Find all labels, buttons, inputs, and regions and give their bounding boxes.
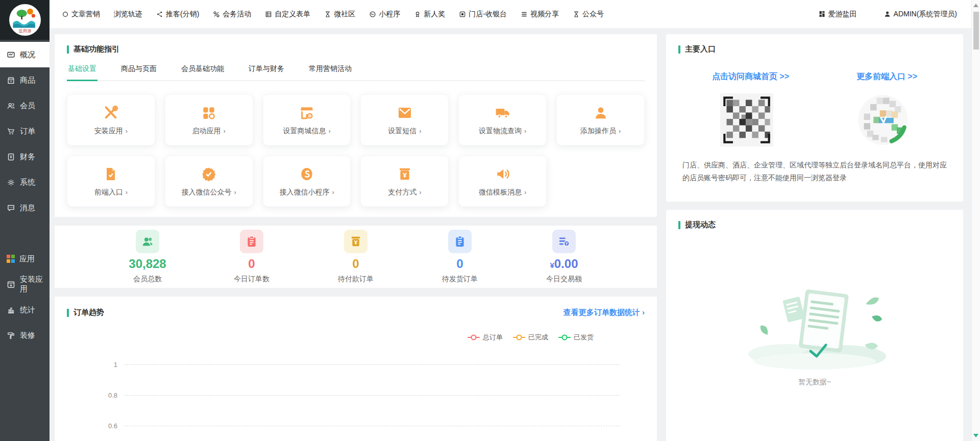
nav-micro-community[interactable]: 微社区 [324,10,355,19]
nav-conference[interactable]: 会务活动 [213,10,251,19]
chart-legend: 总订单 已完成 已发货 [67,333,594,342]
tab-orders-finance[interactable]: 订单与财务 [248,62,285,80]
sidebar-item-members[interactable]: 会员 [0,93,50,118]
orders-icon [7,127,15,136]
system-icon [7,178,15,187]
sidebar-nav: 概况 商品 会员 订单 财务 系统 [0,40,50,348]
guide-install-app[interactable]: 安装应用› [67,94,155,145]
tab-member-basics[interactable]: 会员基础功能 [180,62,225,80]
link-s-icon [299,166,315,182]
stat-total-members: 30,828 会员总数 [119,230,176,284]
sidebar-item-label: 会员 [20,101,35,111]
hourglass-icon [324,11,331,18]
guide-payment[interactable]: 支付方式› [360,156,449,207]
person-icon [593,105,609,121]
badge-check-icon [201,166,217,182]
legend-marker-icon [558,337,571,338]
sidebar-item-messages[interactable]: 消息 [0,195,50,220]
more-order-stats-link[interactable]: 查看更多订单数据统计 › [564,308,645,317]
stat-unpaid-orders: 0 待付款订单 [328,230,384,284]
scroll-down-button[interactable] [973,434,978,437]
grid-icon [201,105,217,121]
sidebar-item-label: 商品 [20,76,35,85]
nav-distribution[interactable]: 推客(分销) [156,10,199,19]
sidebar-item-overview[interactable]: 概况 [0,42,50,67]
sidebar-item-goods[interactable]: 商品 [0,67,50,93]
shop-switcher[interactable]: 爱游盐田 [818,10,857,19]
statistics-icon [7,306,15,314]
chevron-right-icon: › [224,127,226,135]
nav-label: 公众号 [582,10,604,19]
guide-card-label: 接入微信小程序 [279,188,329,197]
stat-label: 今日订单数 [234,275,270,284]
sidebar-spacer [0,220,50,246]
nav-official-account[interactable]: 公众号 [573,10,604,19]
legend-shipped[interactable]: 已发货 [558,333,594,342]
guide-wechat-template-msg[interactable]: 微信模板消息› [458,156,547,207]
tab-basic-settings[interactable]: 基础设置 [67,62,97,81]
nav-browse-track[interactable]: 浏览轨迹 [114,10,142,19]
tab-marketing[interactable]: 常用营销活动 [308,62,353,80]
sidebar-item-label: 装修 [20,331,35,340]
mall-homepage-link[interactable]: 点击访问商城首页 >> [712,71,789,82]
members-icon [7,102,15,110]
stat-label: 待付款订单 [338,275,374,284]
legend-label: 已发货 [574,333,594,342]
guide-sms[interactable]: 设置短信› [360,94,449,145]
nav-newcomer-award[interactable]: 新人奖 [414,10,445,19]
decorate-icon [7,331,15,340]
sidebar-item-finance[interactable]: 财务 [0,144,50,169]
stat-value: 0 [352,257,359,271]
scrollbar[interactable] [971,0,980,441]
nav-custom-form[interactable]: 自定义表单 [265,10,310,19]
guide-wechat-official[interactable]: 接入微信公众号› [165,156,253,207]
sidebar-item-orders[interactable]: 订单 [0,118,50,144]
guide-card-label: 微信模板消息 [479,188,522,197]
sidebar-item-install-apps[interactable]: 安装应用 [0,272,50,297]
y-axis-tick: 0.6 [67,422,124,430]
stat-today-orders: 0 今日订单数 [224,230,280,284]
nav-store-pos[interactable]: 门店-收银台 [459,10,507,19]
guide-logistics[interactable]: 设置物流查询› [458,94,547,145]
user-icon [884,10,891,18]
guide-launch-app[interactable]: 启动应用› [165,94,253,145]
guide-mall-info[interactable]: 设置商城信息› [263,94,351,145]
tab-goods-pages[interactable]: 商品与页面 [120,62,158,80]
chevron-right-icon: › [419,127,421,135]
guide-add-operator[interactable]: 添加操作员› [556,94,645,145]
nav-label: 推客(分销) [166,10,199,19]
chevron-right-icon: › [328,127,330,135]
entry-note: 门店、供应商、酒店、企业管理、区域代理等独立后台登录域名同总平台，使用对应的店员… [678,159,951,184]
sidebar-item-decorate[interactable]: 装修 [0,323,50,348]
stat-prefix: ¥ [550,261,554,270]
scroll-thumb[interactable] [973,12,979,50]
gridline [124,395,620,396]
sidebar-item-apps[interactable]: 应用 [0,246,50,272]
sidebar-item-label: 应用 [19,254,35,264]
sidebar-item-label: 安装应用 [20,275,50,294]
tools-icon [103,105,119,121]
legend-total-orders[interactable]: 总订单 [468,333,503,342]
store-pos-icon [459,11,466,18]
guide-card-label: 前端入口 [94,188,123,197]
sidebar-item-statistics[interactable]: 统计 [0,297,50,323]
doc-check-icon [103,166,119,182]
guide-frontend-entry[interactable]: 前端入口› [67,156,155,207]
shop-grid-icon [818,10,826,18]
chevron-right-icon: › [126,127,128,135]
sidebar-item-system[interactable]: 系统 [0,169,50,195]
nav-mini-program[interactable]: 小程序 [369,10,400,19]
nav-article-marketing[interactable]: 文章营销 [62,10,100,19]
guide-wechat-miniprogram[interactable]: 接入微信小程序› [263,156,351,207]
more-frontend-entry-link[interactable]: 更多前端入口 >> [856,71,917,82]
guide-card: 基础功能指引 基础设置 商品与页面 会员基础功能 订单与财务 常用营销活动 安装… [55,34,657,217]
stats-card: 30,828 会员总数 0 今日订单数 0 待付款订单 0 待发货订单 [55,226,657,288]
legend-marker-icon [468,337,480,338]
legend-completed[interactable]: 已完成 [513,333,548,342]
entry-title: 主要入口 [678,44,951,54]
share-icon [156,11,163,18]
user-menu[interactable]: ADMIN(系统管理员) [884,10,957,19]
nav-video-share[interactable]: 视频分享 [521,10,559,19]
scroll-up-button[interactable] [973,4,978,7]
transactions-icon [552,230,576,253]
